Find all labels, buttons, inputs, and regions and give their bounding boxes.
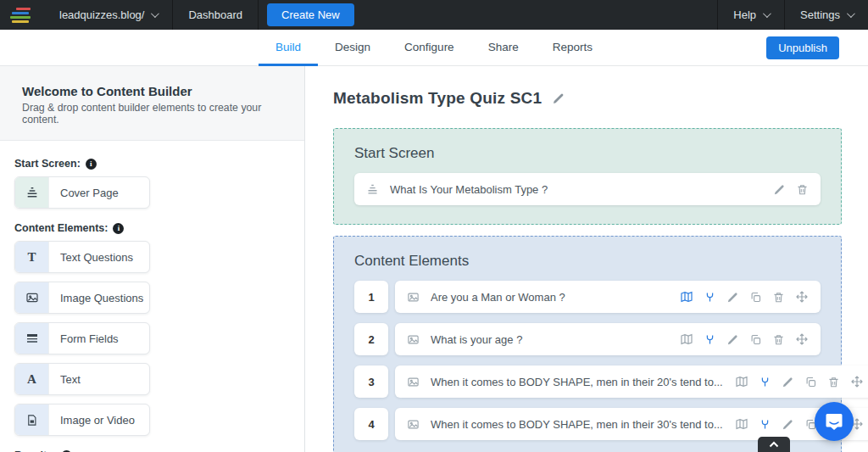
question-text: When it comes to BODY SHAPE, men in thei…	[431, 418, 723, 431]
question-card[interactable]: What is your age ?	[395, 323, 821, 355]
tab-share[interactable]: Share	[471, 30, 536, 66]
info-icon[interactable]: i	[113, 223, 124, 234]
image-question-icon	[407, 376, 420, 388]
question-actions	[680, 332, 809, 346]
skip-logic-icon[interactable]	[704, 291, 716, 304]
move-handle-icon[interactable]	[795, 290, 809, 304]
duplicate-icon[interactable]	[749, 333, 762, 346]
element-label: Image or Video	[49, 405, 149, 435]
welcome-title: Welcome to Content Builder	[22, 84, 282, 98]
question-actions	[735, 375, 864, 388]
delete-icon[interactable]	[796, 183, 809, 196]
scroll-to-top-button[interactable]	[758, 437, 790, 452]
quiz-title-row: Metabolism Type Quiz SC1	[333, 89, 842, 108]
sidebar-body: Start Screen: i Cover Page Content Eleme…	[0, 141, 304, 452]
chevron-down-icon	[151, 9, 159, 18]
dashboard-label: Dashboard	[188, 8, 242, 21]
start-screen-elements: Cover Page	[14, 176, 290, 209]
skip-logic-icon[interactable]	[704, 333, 716, 346]
form-fields-icon	[15, 323, 49, 354]
element-label: Form Fields	[49, 323, 149, 354]
element-image-questions[interactable]: Image Questions	[14, 282, 150, 314]
image-or-video-icon	[15, 405, 49, 435]
tab-design[interactable]: Design	[318, 30, 387, 66]
image-question-icon	[407, 333, 420, 346]
start-screen-actions	[773, 183, 809, 196]
element-label: Text	[49, 364, 149, 394]
chat-widget-button[interactable]	[815, 402, 854, 441]
content-row-2: 2 What is your age ?	[354, 323, 821, 355]
answer-mapping-icon[interactable]	[735, 375, 748, 388]
text-icon: A	[15, 364, 49, 394]
edit-icon[interactable]	[782, 418, 794, 431]
content-elements-panel: Content Elements 1 Are you a Man or Woma…	[333, 236, 842, 452]
start-screen-section-label: Start Screen: i	[14, 158, 290, 170]
content-builder-sidebar: Welcome to Content Builder Drag & drop c…	[0, 66, 305, 452]
nav-item-dashboard[interactable]: Dashboard	[173, 0, 258, 30]
tab-configure[interactable]: Configure	[387, 30, 471, 66]
element-text[interactable]: A Text	[14, 363, 150, 395]
info-icon[interactable]: i	[86, 159, 97, 170]
question-text: What is your age ?	[431, 333, 668, 346]
site-dropdown[interactable]: leadquizzes.blog/	[44, 0, 172, 30]
delete-icon[interactable]	[772, 333, 785, 346]
row-number: 4	[354, 408, 388, 440]
tab-build[interactable]: Build	[259, 30, 318, 66]
start-screen-panel: Start Screen What Is Your Metabolism Typ…	[333, 128, 842, 225]
skip-logic-icon[interactable]	[759, 376, 771, 388]
content-row-4: 4 When it comes to BODY SHAPE, men in th…	[354, 408, 821, 440]
help-menu[interactable]: Help	[718, 0, 784, 30]
leadquizzes-logo[interactable]	[0, 0, 44, 30]
answer-mapping-icon[interactable]	[680, 290, 693, 304]
content-elements-palette: T Text Questions Image Questions Form	[14, 241, 290, 436]
cover-page-icon	[366, 183, 379, 196]
content-elements-label-text: Content Elements:	[14, 222, 108, 234]
duplicate-icon[interactable]	[749, 291, 762, 304]
builder-tab-bar: Build Design Configure Share Reports Unp…	[0, 30, 868, 66]
edit-icon[interactable]	[726, 333, 739, 346]
element-cover-page[interactable]: Cover Page	[14, 176, 150, 209]
quiz-title: Metabolism Type Quiz SC1	[333, 89, 542, 108]
unpublish-button[interactable]: Unpublish	[766, 36, 839, 59]
element-text-questions[interactable]: T Text Questions	[14, 241, 150, 273]
element-form-fields[interactable]: Form Fields	[14, 322, 150, 354]
delete-icon[interactable]	[827, 376, 840, 388]
tab-reports[interactable]: Reports	[536, 30, 609, 66]
row-number: 3	[354, 366, 388, 398]
settings-menu[interactable]: Settings	[785, 0, 868, 30]
question-card[interactable]: When it comes to BODY SHAPE, men in thei…	[395, 408, 868, 440]
question-card[interactable]: When it comes to BODY SHAPE, men in thei…	[395, 366, 868, 398]
body-wrap: Welcome to Content Builder Drag & drop c…	[0, 66, 868, 452]
builder-canvas: Metabolism Type Quiz SC1 Start Screen Wh…	[305, 66, 868, 452]
sidebar-header: Welcome to Content Builder Drag & drop c…	[0, 66, 304, 141]
image-question-icon	[407, 418, 420, 431]
move-handle-icon[interactable]	[795, 332, 809, 346]
edit-icon[interactable]	[773, 183, 786, 196]
question-card[interactable]: Are you a Man or Woman ?	[395, 281, 821, 313]
text-questions-icon: T	[15, 242, 49, 272]
question-text: Are you a Man or Woman ?	[431, 291, 668, 304]
logo-bars-icon	[10, 8, 32, 23]
move-handle-icon[interactable]	[850, 375, 864, 388]
duplicate-icon[interactable]	[804, 376, 817, 388]
skip-logic-icon[interactable]	[759, 418, 771, 431]
element-image-or-video[interactable]: Image or Video	[14, 404, 150, 436]
edit-icon[interactable]	[782, 376, 794, 388]
answer-mapping-icon[interactable]	[680, 332, 693, 346]
edit-icon[interactable]	[726, 291, 739, 304]
chevron-down-icon	[847, 9, 855, 18]
start-screen-item[interactable]: What Is Your Metabolism Type ?	[354, 173, 821, 205]
row-number: 1	[354, 281, 388, 313]
edit-title-button[interactable]	[552, 92, 565, 105]
start-screen-heading: Start Screen	[354, 145, 821, 162]
element-label: Cover Page	[49, 177, 149, 208]
delete-icon[interactable]	[772, 291, 785, 304]
create-new-button[interactable]: Create New	[267, 3, 354, 26]
chevron-down-icon	[763, 9, 771, 18]
content-row-1: 1 Are you a Man or Woman ?	[354, 281, 821, 313]
top-nav: leadquizzes.blog/ Dashboard Create New H…	[0, 0, 868, 30]
app-window: leadquizzes.blog/ Dashboard Create New H…	[0, 0, 868, 452]
settings-label: Settings	[800, 8, 840, 21]
answer-mapping-icon[interactable]	[735, 417, 748, 431]
content-elements-heading: Content Elements	[354, 253, 821, 270]
